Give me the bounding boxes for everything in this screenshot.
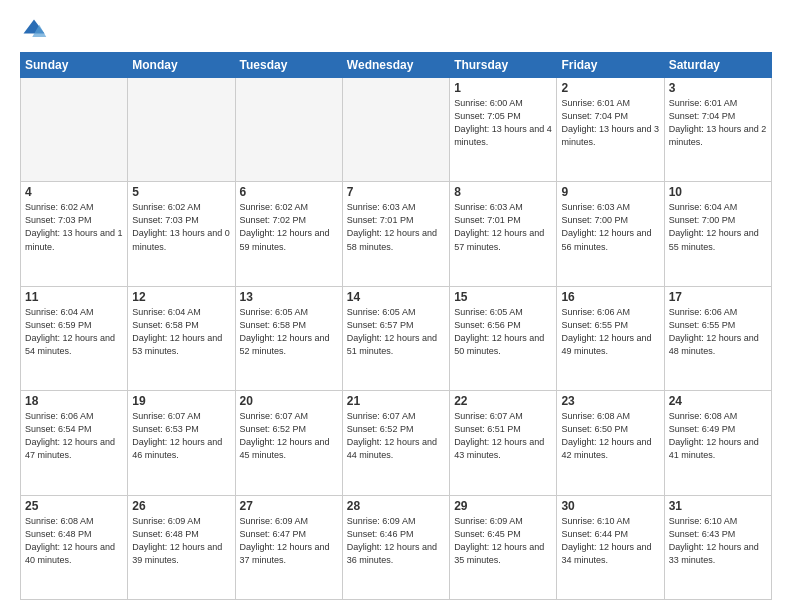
day-number: 25 xyxy=(25,499,123,513)
weekday-header-monday: Monday xyxy=(128,53,235,78)
weekday-header-wednesday: Wednesday xyxy=(342,53,449,78)
weekday-header-sunday: Sunday xyxy=(21,53,128,78)
day-number: 12 xyxy=(132,290,230,304)
day-number: 23 xyxy=(561,394,659,408)
day-number: 7 xyxy=(347,185,445,199)
day-number: 24 xyxy=(669,394,767,408)
day-info: Sunrise: 6:09 AMSunset: 6:48 PMDaylight:… xyxy=(132,515,230,567)
calendar-cell: 9Sunrise: 6:03 AMSunset: 7:00 PMDaylight… xyxy=(557,182,664,286)
day-info: Sunrise: 6:00 AMSunset: 7:05 PMDaylight:… xyxy=(454,97,552,149)
weekday-header-thursday: Thursday xyxy=(450,53,557,78)
logo xyxy=(20,16,52,44)
calendar-cell xyxy=(128,78,235,182)
day-number: 22 xyxy=(454,394,552,408)
calendar-cell xyxy=(342,78,449,182)
calendar-cell: 24Sunrise: 6:08 AMSunset: 6:49 PMDayligh… xyxy=(664,391,771,495)
day-info: Sunrise: 6:03 AMSunset: 7:00 PMDaylight:… xyxy=(561,201,659,253)
day-number: 30 xyxy=(561,499,659,513)
page: SundayMondayTuesdayWednesdayThursdayFrid… xyxy=(0,0,792,612)
weekday-header-tuesday: Tuesday xyxy=(235,53,342,78)
calendar-cell: 10Sunrise: 6:04 AMSunset: 7:00 PMDayligh… xyxy=(664,182,771,286)
day-number: 9 xyxy=(561,185,659,199)
logo-icon xyxy=(20,16,48,44)
calendar-cell: 5Sunrise: 6:02 AMSunset: 7:03 PMDaylight… xyxy=(128,182,235,286)
weekday-header-row: SundayMondayTuesdayWednesdayThursdayFrid… xyxy=(21,53,772,78)
day-info: Sunrise: 6:09 AMSunset: 6:46 PMDaylight:… xyxy=(347,515,445,567)
header xyxy=(20,16,772,44)
day-number: 29 xyxy=(454,499,552,513)
day-info: Sunrise: 6:07 AMSunset: 6:51 PMDaylight:… xyxy=(454,410,552,462)
day-info: Sunrise: 6:10 AMSunset: 6:44 PMDaylight:… xyxy=(561,515,659,567)
calendar-cell: 25Sunrise: 6:08 AMSunset: 6:48 PMDayligh… xyxy=(21,495,128,599)
calendar-cell: 28Sunrise: 6:09 AMSunset: 6:46 PMDayligh… xyxy=(342,495,449,599)
calendar-week-1: 1Sunrise: 6:00 AMSunset: 7:05 PMDaylight… xyxy=(21,78,772,182)
day-number: 13 xyxy=(240,290,338,304)
day-number: 27 xyxy=(240,499,338,513)
day-number: 2 xyxy=(561,81,659,95)
calendar-week-5: 25Sunrise: 6:08 AMSunset: 6:48 PMDayligh… xyxy=(21,495,772,599)
calendar-cell: 23Sunrise: 6:08 AMSunset: 6:50 PMDayligh… xyxy=(557,391,664,495)
day-info: Sunrise: 6:02 AMSunset: 7:03 PMDaylight:… xyxy=(132,201,230,253)
day-info: Sunrise: 6:08 AMSunset: 6:50 PMDaylight:… xyxy=(561,410,659,462)
day-info: Sunrise: 6:04 AMSunset: 7:00 PMDaylight:… xyxy=(669,201,767,253)
calendar-cell xyxy=(21,78,128,182)
calendar-cell: 29Sunrise: 6:09 AMSunset: 6:45 PMDayligh… xyxy=(450,495,557,599)
day-info: Sunrise: 6:04 AMSunset: 6:59 PMDaylight:… xyxy=(25,306,123,358)
calendar-cell: 2Sunrise: 6:01 AMSunset: 7:04 PMDaylight… xyxy=(557,78,664,182)
day-info: Sunrise: 6:06 AMSunset: 6:54 PMDaylight:… xyxy=(25,410,123,462)
calendar-cell xyxy=(235,78,342,182)
calendar-cell: 1Sunrise: 6:00 AMSunset: 7:05 PMDaylight… xyxy=(450,78,557,182)
day-info: Sunrise: 6:07 AMSunset: 6:53 PMDaylight:… xyxy=(132,410,230,462)
calendar-cell: 16Sunrise: 6:06 AMSunset: 6:55 PMDayligh… xyxy=(557,286,664,390)
day-number: 18 xyxy=(25,394,123,408)
calendar-cell: 30Sunrise: 6:10 AMSunset: 6:44 PMDayligh… xyxy=(557,495,664,599)
day-info: Sunrise: 6:03 AMSunset: 7:01 PMDaylight:… xyxy=(347,201,445,253)
day-number: 16 xyxy=(561,290,659,304)
day-number: 5 xyxy=(132,185,230,199)
day-info: Sunrise: 6:06 AMSunset: 6:55 PMDaylight:… xyxy=(561,306,659,358)
calendar-cell: 20Sunrise: 6:07 AMSunset: 6:52 PMDayligh… xyxy=(235,391,342,495)
calendar-cell: 12Sunrise: 6:04 AMSunset: 6:58 PMDayligh… xyxy=(128,286,235,390)
day-info: Sunrise: 6:02 AMSunset: 7:02 PMDaylight:… xyxy=(240,201,338,253)
day-number: 17 xyxy=(669,290,767,304)
calendar-cell: 6Sunrise: 6:02 AMSunset: 7:02 PMDaylight… xyxy=(235,182,342,286)
calendar-cell: 19Sunrise: 6:07 AMSunset: 6:53 PMDayligh… xyxy=(128,391,235,495)
day-info: Sunrise: 6:06 AMSunset: 6:55 PMDaylight:… xyxy=(669,306,767,358)
calendar-week-3: 11Sunrise: 6:04 AMSunset: 6:59 PMDayligh… xyxy=(21,286,772,390)
day-number: 8 xyxy=(454,185,552,199)
day-info: Sunrise: 6:09 AMSunset: 6:47 PMDaylight:… xyxy=(240,515,338,567)
day-number: 31 xyxy=(669,499,767,513)
calendar-cell: 11Sunrise: 6:04 AMSunset: 6:59 PMDayligh… xyxy=(21,286,128,390)
calendar-cell: 17Sunrise: 6:06 AMSunset: 6:55 PMDayligh… xyxy=(664,286,771,390)
day-number: 15 xyxy=(454,290,552,304)
day-number: 11 xyxy=(25,290,123,304)
day-info: Sunrise: 6:10 AMSunset: 6:43 PMDaylight:… xyxy=(669,515,767,567)
day-info: Sunrise: 6:01 AMSunset: 7:04 PMDaylight:… xyxy=(669,97,767,149)
calendar-cell: 26Sunrise: 6:09 AMSunset: 6:48 PMDayligh… xyxy=(128,495,235,599)
calendar-week-4: 18Sunrise: 6:06 AMSunset: 6:54 PMDayligh… xyxy=(21,391,772,495)
weekday-header-friday: Friday xyxy=(557,53,664,78)
day-info: Sunrise: 6:09 AMSunset: 6:45 PMDaylight:… xyxy=(454,515,552,567)
day-number: 20 xyxy=(240,394,338,408)
calendar-cell: 22Sunrise: 6:07 AMSunset: 6:51 PMDayligh… xyxy=(450,391,557,495)
day-info: Sunrise: 6:07 AMSunset: 6:52 PMDaylight:… xyxy=(347,410,445,462)
day-info: Sunrise: 6:05 AMSunset: 6:58 PMDaylight:… xyxy=(240,306,338,358)
day-number: 28 xyxy=(347,499,445,513)
day-info: Sunrise: 6:05 AMSunset: 6:57 PMDaylight:… xyxy=(347,306,445,358)
calendar-cell: 3Sunrise: 6:01 AMSunset: 7:04 PMDaylight… xyxy=(664,78,771,182)
day-number: 3 xyxy=(669,81,767,95)
day-number: 4 xyxy=(25,185,123,199)
day-number: 21 xyxy=(347,394,445,408)
calendar-cell: 18Sunrise: 6:06 AMSunset: 6:54 PMDayligh… xyxy=(21,391,128,495)
day-info: Sunrise: 6:05 AMSunset: 6:56 PMDaylight:… xyxy=(454,306,552,358)
day-info: Sunrise: 6:07 AMSunset: 6:52 PMDaylight:… xyxy=(240,410,338,462)
calendar-cell: 14Sunrise: 6:05 AMSunset: 6:57 PMDayligh… xyxy=(342,286,449,390)
calendar-table: SundayMondayTuesdayWednesdayThursdayFrid… xyxy=(20,52,772,600)
calendar-cell: 4Sunrise: 6:02 AMSunset: 7:03 PMDaylight… xyxy=(21,182,128,286)
calendar-cell: 21Sunrise: 6:07 AMSunset: 6:52 PMDayligh… xyxy=(342,391,449,495)
calendar-cell: 27Sunrise: 6:09 AMSunset: 6:47 PMDayligh… xyxy=(235,495,342,599)
weekday-header-saturday: Saturday xyxy=(664,53,771,78)
day-number: 10 xyxy=(669,185,767,199)
day-info: Sunrise: 6:01 AMSunset: 7:04 PMDaylight:… xyxy=(561,97,659,149)
day-number: 6 xyxy=(240,185,338,199)
